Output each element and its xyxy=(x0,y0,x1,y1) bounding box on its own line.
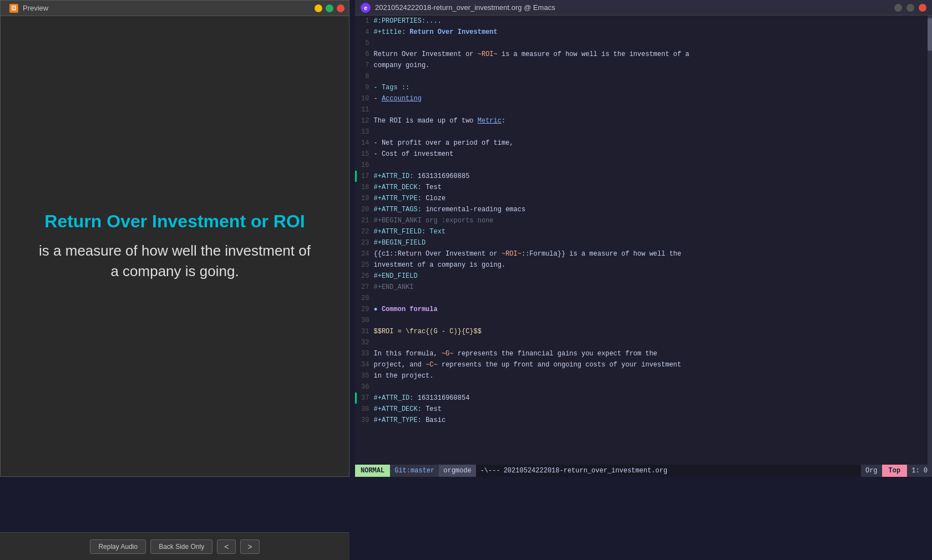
emacs-window: e 20210524222018-return_over_investment.… xyxy=(355,0,932,477)
position-top-indicator: Top xyxy=(882,465,908,477)
emacs-statusbar: NORMAL Git:master orgmode -\--- 20210524… xyxy=(355,465,932,477)
line-13: 13 xyxy=(356,126,931,138)
preview-titlebar: 🖼 Preview ─ □ ✕ xyxy=(1,1,349,16)
emacs-title: 20210524222018-return_over_investment.or… xyxy=(375,3,890,12)
emacs-minimize-button[interactable]: ─ xyxy=(894,4,902,12)
emacs-editor[interactable]: 1 #:PROPERTIES:.... 4 #+title: Return Ov… xyxy=(355,16,932,465)
flashcard: Return Over Investment or ROI is a measu… xyxy=(36,211,313,281)
line-33: 33 In this formula, ~G~ represents the f… xyxy=(356,348,931,359)
scrollbar[interactable] xyxy=(928,16,932,465)
next-button[interactable]: > xyxy=(240,539,259,554)
line-24: 24 {{c1::Return Over Investment or ~ROI~… xyxy=(356,248,931,259)
mode-indicator: NORMAL xyxy=(355,465,390,477)
line-4: 4 #+title: Return Over Investment xyxy=(356,27,931,38)
line-38: 38 #+ATTR_DECK: Test xyxy=(356,404,931,415)
line-5: 5 xyxy=(356,38,931,49)
prev-button[interactable]: < xyxy=(217,539,236,554)
git-branch-label: Git:master xyxy=(394,467,434,475)
file-path: -\--- 20210524222018-return_over_investm… xyxy=(476,465,861,477)
roi-text: ROI xyxy=(273,211,305,231)
line-32: 32 xyxy=(356,337,931,348)
line-1: 1 #:PROPERTIES:.... xyxy=(356,16,931,27)
line-39: 39 #+ATTR_TYPE: Basic xyxy=(356,415,931,426)
back-side-button[interactable]: Back Side Only xyxy=(150,539,212,554)
emacs-close-button[interactable]: ✕ xyxy=(919,4,926,12)
line-7: 7 company going. xyxy=(356,60,931,71)
card-title: Return Over Investment or ROI xyxy=(36,211,313,232)
preview-title: Preview xyxy=(23,4,310,12)
close-button[interactable]: ✕ xyxy=(337,4,345,12)
preview-content: Return Over Investment or ROI is a measu… xyxy=(1,16,349,476)
emacs-maximize-button[interactable]: □ xyxy=(906,4,914,12)
maximize-button[interactable]: □ xyxy=(326,4,333,12)
org-mode-indicator: orgmode xyxy=(439,465,475,477)
line-col-indicator: 1: 0 xyxy=(907,465,932,477)
line-21: 21 #+BEGIN_ANKI org :exports none xyxy=(356,215,931,226)
line-14: 14 - Net profit over a period of time, xyxy=(356,138,931,149)
preview-bottombar: Replay Audio Back Side Only < > xyxy=(0,532,350,560)
line-28: 28 xyxy=(356,293,931,304)
line-8: 8 xyxy=(356,71,931,82)
filename: 20210524222018-return_over_investment.or… xyxy=(504,467,667,475)
preview-app-icon: 🖼 xyxy=(9,4,18,13)
line-16: 16 xyxy=(356,160,931,171)
line-18: 18 #+ATTR_DECK: Test xyxy=(356,182,931,193)
line-25: 25 investment of a company is going. xyxy=(356,259,931,271)
replay-audio-button[interactable]: Replay Audio xyxy=(90,539,146,554)
emacs-icon: e xyxy=(361,3,371,13)
git-branch: Git:master xyxy=(390,465,439,477)
line-30: 30 xyxy=(356,315,931,326)
emacs-window-controls: ─ □ ✕ xyxy=(894,4,926,12)
separator: -\--- xyxy=(480,467,500,475)
line-22: 22 #+ATTR_FIELD: Text xyxy=(356,226,931,237)
line-36: 36 xyxy=(356,381,931,393)
line-20: 20 #+ATTR_TAGS: incremental-reading emac… xyxy=(356,204,931,215)
line-15: 15 - Cost of investment xyxy=(356,149,931,160)
line-19: 19 #+ATTR_TYPE: Cloze xyxy=(356,193,931,204)
scrollbar-thumb[interactable] xyxy=(928,18,932,51)
line-35: 35 in the project. xyxy=(356,370,931,381)
line-9: 9 - Tags :: xyxy=(356,82,931,93)
line-29: 29 ● Common formula xyxy=(356,304,931,315)
line-12: 12 The ROI is made up of two Metric: xyxy=(356,115,931,126)
filetype-indicator: Org xyxy=(861,465,882,477)
line-26: 26 #+END_FIELD xyxy=(356,271,931,282)
emacs-titlebar: e 20210524222018-return_over_investment.… xyxy=(355,0,932,16)
line-37: 37 #+ATTR_ID: 1631316960854 xyxy=(356,393,931,404)
card-body: is a measure of how well the investment … xyxy=(36,241,313,281)
org-mode-label: orgmode xyxy=(443,467,471,475)
line-34: 34 project, and ~C~ represents the up fr… xyxy=(356,359,931,370)
line-11: 11 xyxy=(356,104,931,115)
line-10: 10 - Accounting xyxy=(356,93,931,104)
line-23: 23 #+BEGIN_FIELD xyxy=(356,237,931,248)
line-31: 31 $$ROI = \frac{(G - C)}{C}$$ xyxy=(356,326,931,337)
minimize-button[interactable]: ─ xyxy=(315,4,322,12)
card-title-text: Return Over Investment or xyxy=(44,211,273,231)
line-27: 27 #+END_ANKI xyxy=(356,282,931,293)
line-6: 6 Return Over Investment or ~ROI~ is a m… xyxy=(356,49,931,60)
line-17: 17 #+ATTR_ID: 1631316960885 xyxy=(356,171,931,182)
preview-window: 🖼 Preview ─ □ ✕ Return Over Investment o… xyxy=(0,0,350,477)
